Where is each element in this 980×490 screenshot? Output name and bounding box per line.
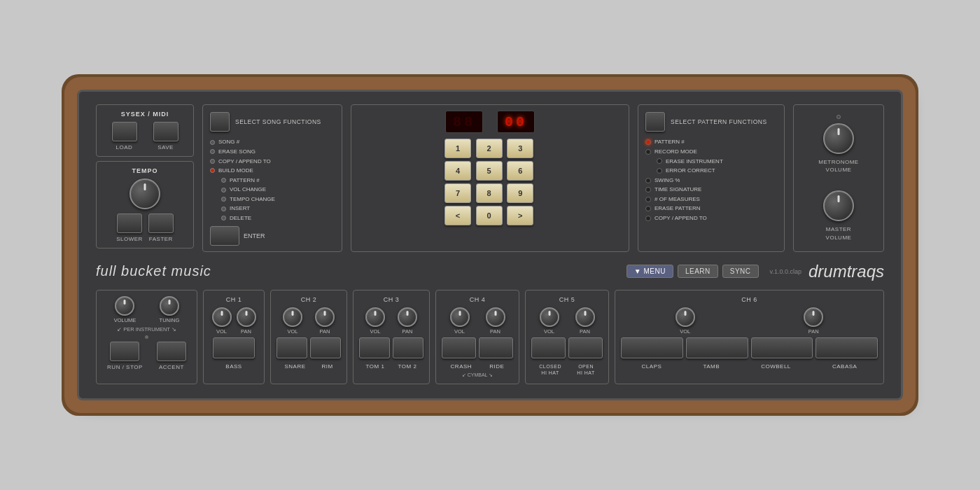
ch6-pan-group: PAN — [804, 307, 823, 335]
dot-3-active — [210, 168, 215, 173]
ch4-vol-knob[interactable] — [450, 307, 470, 327]
tamb-button[interactable] — [686, 337, 748, 358]
load-button[interactable] — [112, 122, 137, 141]
cabasa-label: CABASA — [832, 363, 857, 370]
enter-button[interactable] — [210, 226, 239, 246]
metronome-knob[interactable] — [823, 123, 854, 154]
song-sub-3: INSERT — [210, 204, 335, 214]
key-5[interactable]: 5 — [476, 161, 503, 181]
tom2-button[interactable] — [393, 337, 424, 358]
faster-button[interactable] — [148, 214, 174, 233]
ch6-labels: CLAPS TAMB COWBELL CABASA — [621, 361, 878, 370]
cabasa-button[interactable] — [816, 337, 878, 358]
key-0[interactable]: 0 — [476, 206, 503, 225]
metronome-label: METRONOMEVOLUME — [818, 158, 858, 174]
ch6-vol-knob[interactable] — [676, 307, 695, 327]
bottom-section: VOLUME TUNING ↙ PER INSTRUMENT ↘ RUN / S… — [96, 290, 884, 384]
pat-item-3: TIME SIGNATURE — [645, 185, 777, 195]
song-sub-2: TEMPO CHANGE — [210, 195, 335, 204]
pattern-select-row: SELECT PATTERN FUNCTIONS — [645, 112, 777, 132]
pat-sub-1: ERROR CORRECT — [645, 166, 777, 176]
tempo-panel: TEMPO SLOWER FASTER — [96, 161, 194, 248]
song-select-button[interactable] — [210, 112, 230, 132]
ch3-pan-knob[interactable] — [398, 307, 417, 327]
key-prev[interactable]: < — [444, 206, 471, 225]
ch5-pan-knob[interactable] — [575, 307, 595, 327]
master-group: MASTERVOLUME — [823, 190, 854, 241]
ch6-knobs: VOL PAN — [621, 307, 878, 335]
open-hihat-label: OPENHI HAT — [577, 363, 594, 376]
ch2-vol-group: VOL — [283, 307, 302, 335]
accent-label: ACCENT — [159, 364, 184, 370]
volume-label: VOLUME — [114, 317, 136, 323]
version-text: v.1.0.0.clap — [770, 268, 802, 275]
drumtraqs-title: drumtraqs — [808, 262, 884, 281]
tom-buttons — [359, 337, 424, 358]
rim-label: RIM — [321, 363, 332, 370]
crash-button[interactable] — [442, 337, 476, 358]
ride-label: RIDE — [489, 363, 504, 370]
song-sub-1: VOL CHANGE — [210, 185, 335, 195]
metronome-led — [836, 115, 841, 119]
key-7[interactable]: 7 — [444, 183, 471, 203]
ch2-pan-label: PAN — [320, 328, 330, 335]
brand-controls: ▼ MENU LEARN SYNC — [626, 265, 759, 278]
ch1-vol-knob[interactable] — [212, 307, 232, 327]
master-label: MASTERVOLUME — [826, 225, 852, 241]
rim-button[interactable] — [310, 337, 341, 358]
key-1[interactable]: 1 — [444, 139, 471, 158]
ch1-pan-knob[interactable] — [237, 307, 256, 327]
claps-button[interactable] — [621, 337, 683, 358]
sync-button[interactable]: SYNC — [722, 265, 759, 278]
ch2-knobs: VOL PAN — [276, 307, 341, 335]
tuning-knob[interactable] — [160, 296, 179, 316]
run-stop-button[interactable] — [110, 342, 139, 361]
ch2-pan-knob[interactable] — [315, 307, 335, 327]
key-4[interactable]: 4 — [444, 161, 471, 181]
key-3[interactable]: 3 — [507, 139, 533, 158]
key-9[interactable]: 9 — [507, 183, 533, 203]
ch2-vol-knob[interactable] — [283, 307, 302, 327]
ch6-pan-knob[interactable] — [804, 307, 823, 327]
pat-dot-6 — [645, 216, 651, 221]
closed-hihat-button[interactable] — [531, 337, 566, 358]
slower-label: SLOWER — [116, 236, 143, 242]
bass-button[interactable] — [213, 337, 255, 358]
load-group: LOAD — [112, 122, 137, 150]
learn-button[interactable]: LEARN — [678, 265, 718, 278]
per-inst-label: ↙ PER INSTRUMENT ↘ — [102, 326, 191, 332]
pattern-select-button[interactable] — [645, 112, 665, 132]
snare-rim-labels: SNARE RIM — [276, 361, 341, 370]
song-sub-0: PATTERN # — [210, 176, 335, 186]
cowbell-button[interactable] — [751, 337, 813, 358]
master-knob[interactable] — [823, 190, 854, 221]
open-hihat-button[interactable] — [568, 337, 603, 358]
ch3-knobs: VOL PAN — [359, 307, 424, 335]
slower-button[interactable] — [117, 214, 142, 233]
key-2[interactable]: 2 — [476, 139, 503, 158]
pat-item-0: PATTERN # — [645, 137, 777, 147]
ch1-label: CH 1 — [209, 296, 258, 303]
song-item-2: COPY / APPEND TO — [210, 157, 335, 167]
key-8[interactable]: 8 — [476, 183, 503, 203]
key-next[interactable]: > — [507, 206, 533, 225]
ch1-knobs: VOL PAN — [209, 307, 258, 335]
tempo-knob[interactable] — [130, 178, 160, 209]
volume-group: VOLUME — [114, 296, 136, 323]
tom1-button[interactable] — [359, 337, 390, 358]
ch2-vol-label: VOL — [287, 328, 298, 335]
ride-button[interactable] — [479, 337, 513, 358]
snare-button[interactable] — [276, 337, 307, 358]
save-button[interactable] — [153, 122, 178, 141]
menu-button[interactable]: ▼ MENU — [626, 265, 673, 278]
cymbal-labels: CRASH RIDE — [442, 361, 513, 370]
volume-knob[interactable] — [115, 296, 134, 316]
enter-label: ENTER — [244, 232, 265, 239]
ch5-vol-knob[interactable] — [540, 307, 559, 327]
bass-label: BASS — [225, 363, 241, 370]
accent-button[interactable] — [157, 342, 186, 361]
key-6[interactable]: 6 — [507, 161, 533, 181]
ch4-pan-knob[interactable] — [486, 307, 505, 327]
ch5-buttons: CLOSEDHI HAT OPENHI HAT — [531, 337, 603, 376]
ch3-vol-knob[interactable] — [365, 307, 385, 327]
